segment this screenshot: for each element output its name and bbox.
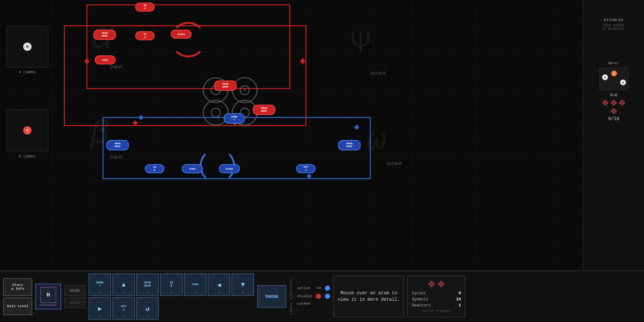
layer-locked-label: Locked [297, 302, 313, 306]
story-exit-group: Story & Info Exit Level [3, 278, 32, 315]
cycles-label: Cycles [412, 291, 426, 296]
node-sync-blue[interactable]: SYNC [182, 164, 203, 173]
stats-panel: Cycles 0 Symbols 24 Reactors 1 Current P… [407, 276, 465, 317]
layer-visible-row: Visible [297, 294, 330, 299]
o-label: O (100%) [6, 155, 48, 158]
flower-icon-4 [610, 108, 617, 115]
circuit-svg [0, 0, 451, 270]
layer-controls-items: Active Tab Visible Locked [297, 286, 330, 307]
svg-marker-6 [133, 120, 138, 126]
omega-output-label: output [386, 161, 402, 166]
layer-controls-title: Layer Controls [289, 279, 293, 315]
svg-point-20 [613, 102, 615, 104]
psi-bg-text: Ψ [351, 26, 370, 62]
stat-symbols-row: Symbols 24 [412, 297, 461, 302]
layer-visible-label: Visible [297, 294, 313, 298]
story-info-button[interactable]: Story & Info [3, 278, 32, 296]
node-grab-drop-blue1[interactable]: GRABDROP [106, 140, 129, 150]
pause-button[interactable]: PAUSE [257, 285, 286, 308]
exit-level-button[interactable]: Exit Level [3, 298, 32, 315]
cycles-value: 0 [459, 291, 461, 296]
hydrogger-icon: H [40, 287, 56, 303]
svg-marker-3 [84, 58, 90, 64]
node-start-1[interactable]: START [171, 30, 192, 39]
disabled-label: DISABLED [604, 18, 624, 22]
tab-label: Tab [316, 287, 321, 290]
layer-controls-wrapper: Layer Controls Active Tab Visible Locked [289, 279, 330, 315]
flower-icon-3 [619, 99, 626, 106]
node-grab-drop-blue2[interactable]: GRABDROP [338, 140, 361, 150]
hydrogger-button[interactable]: H HYDROGGER [35, 284, 61, 309]
node-bond-plus[interactable]: BOND+ [224, 113, 245, 124]
svg-marker-9 [354, 125, 359, 130]
atom-o: O [23, 126, 32, 135]
stats-flower-icon-2 [437, 280, 445, 288]
node-start-blue[interactable]: START [219, 164, 240, 173]
alpha-input-label: input [109, 64, 123, 70]
node-out-omega[interactable]: OUTω [296, 164, 316, 173]
progress-count: 0/10 [608, 116, 619, 121]
svg-point-33 [430, 285, 433, 287]
svg-point-39 [438, 283, 440, 285]
beta-input-label: input [109, 155, 123, 160]
tool-arrow-left[interactable]: ◀ A [208, 273, 230, 296]
tool-sync[interactable]: SYNC T [184, 273, 206, 296]
node-grab-drop-1[interactable]: GRABDROP [93, 30, 116, 40]
svg-point-34 [428, 283, 431, 285]
tool-grab-drop[interactable]: GRABDROP E [136, 273, 159, 296]
layer-visible-blue[interactable] [325, 294, 330, 299]
redo-button[interactable]: Redo [64, 298, 85, 308]
node-sync-1[interactable]: SYNC [95, 55, 116, 64]
svg-point-40 [440, 283, 442, 285]
molecule-name: H₂O [610, 93, 617, 98]
svg-point-31 [430, 281, 433, 283]
omega-bg-text: ω [367, 122, 386, 159]
svg-marker-8 [138, 115, 144, 120]
progress-icons [601, 99, 627, 115]
node-grab-drop-2[interactable]: GRABDROP [214, 80, 237, 91]
svg-point-36 [440, 281, 442, 283]
undo-redo-group: Undo Redo [64, 285, 85, 308]
psi-output-label: output [370, 71, 386, 76]
hydrogger-label: HYDROGGER [40, 304, 57, 307]
tool-bond-plus[interactable]: BOND+ Q [89, 273, 111, 296]
info-panel: Mouse over an atom to view it in more de… [333, 276, 404, 317]
right-panel: DISABLED This outputis disabled. Water H… [583, 0, 644, 270]
game-area: H H (100%) O O (100%) α input β input Ψ … [0, 0, 451, 270]
tool-arrow-down[interactable]: ▼ S [232, 273, 254, 296]
node-in-beta[interactable]: INβ [145, 164, 164, 173]
tool-grid: BOND+ Q ▲ W GRABDROP E INβ R SYNC T ◀ A … [89, 273, 254, 320]
water-molecule-box: H O H [599, 68, 628, 90]
pause-label: PAUSE [266, 294, 278, 299]
layer-visible-red[interactable] [316, 294, 321, 299]
svg-point-38 [440, 285, 442, 287]
tool-rotate[interactable]: ↺ G [136, 297, 159, 320]
current-progress-label: Current Progress [412, 309, 461, 313]
h-label: H (100%) [6, 70, 48, 75]
input-cell-h: H [6, 26, 48, 68]
tool-in-beta[interactable]: INβ R [160, 273, 183, 296]
stat-reactors-row: Reactors 1 [412, 303, 461, 308]
node-in-alpha-2[interactable]: INα [135, 31, 155, 40]
flower-icon-1 [602, 99, 609, 106]
tool-out-omega[interactable]: OUTω F [112, 297, 135, 320]
node-grab-drop-3[interactable]: GRABDROP [253, 105, 275, 115]
svg-marker-10 [307, 174, 312, 179]
svg-point-35 [431, 283, 432, 285]
flower-icon-2 [610, 99, 617, 106]
tool-arrow-right[interactable]: ▶ D [89, 297, 111, 320]
layer-active-row: Active Tab [297, 286, 330, 291]
stats-flower-icon-1 [428, 280, 435, 288]
tool-arrow-up[interactable]: ▲ W [112, 273, 135, 296]
layer-active-dot[interactable] [325, 286, 330, 291]
svg-point-15 [604, 102, 606, 104]
layer-active-label: Active [297, 286, 313, 290]
stats-icon-row [412, 280, 461, 288]
node-in-alpha-top[interactable]: INα [135, 3, 155, 12]
stat-cycles-row: Cycles 0 [412, 291, 461, 296]
layer-locked-row: Locked [297, 302, 330, 306]
svg-point-32 [432, 283, 435, 285]
undo-button[interactable]: Undo [64, 285, 85, 296]
reactors-value: 1 [459, 303, 461, 308]
atom-h: H [23, 43, 32, 51]
